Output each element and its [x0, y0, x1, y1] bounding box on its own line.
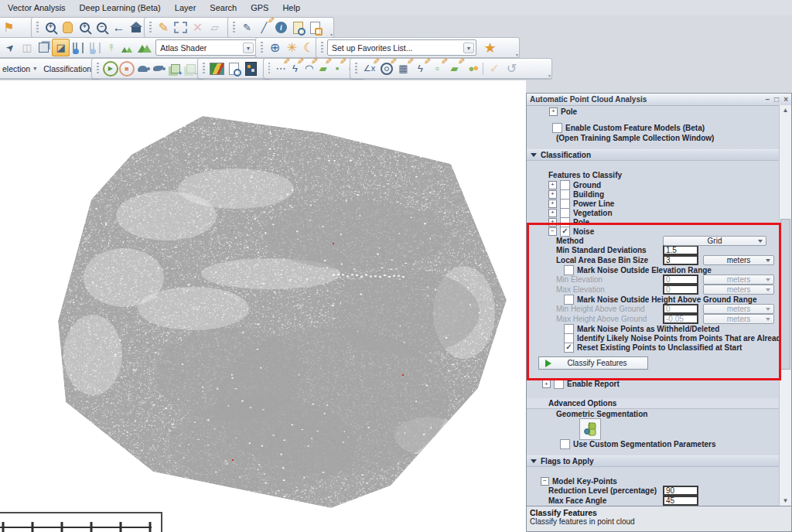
display-options-icon[interactable] [243, 60, 259, 77]
feature-info-icon[interactable]: i [273, 19, 289, 36]
toolbar-grip[interactable] [233, 22, 235, 34]
toolbar-grip[interactable] [355, 63, 357, 75]
lidar-elevation-2-icon[interactable] [87, 39, 102, 56]
favorites-star-icon[interactable]: ★ [482, 39, 498, 56]
min-hag-input[interactable] [663, 304, 698, 314]
scrollbar-thumb[interactable] [780, 219, 790, 370]
shader-options-icon[interactable]: ✳ [284, 39, 300, 56]
zoom-select-icon[interactable]: + [43, 19, 59, 36]
expand-icon[interactable]: + [542, 380, 551, 388]
mark-hag-checkbox[interactable] [564, 295, 574, 305]
lidar-elevation-icon[interactable] [70, 39, 86, 56]
play-icon[interactable]: ▶ [103, 60, 118, 77]
terrain-large-icon[interactable] [137, 39, 152, 56]
reset-existing-checkbox[interactable] [564, 343, 574, 353]
paint-attributes-icon[interactable]: ✎ [239, 19, 255, 36]
tree-item-pole[interactable]: Pole [561, 107, 577, 116]
min-elev-unit-combobox[interactable]: meters [703, 275, 774, 285]
area-paint-icon[interactable]: ▰ [446, 60, 463, 77]
search-document-icon[interactable] [290, 19, 306, 36]
map-display-icon[interactable] [209, 60, 225, 77]
min-std-input[interactable] [663, 245, 698, 255]
max-elev-input[interactable] [663, 285, 698, 295]
close-icon[interactable]: × [783, 96, 788, 104]
globe-icon[interactable]: ⊕ [267, 39, 283, 56]
3d-cube-icon[interactable] [36, 39, 51, 56]
mark-elev-checkbox[interactable] [564, 265, 574, 275]
draw-points-icon[interactable]: ⋯ [274, 60, 287, 77]
zoom-out-icon[interactable]: − [94, 19, 110, 36]
shader-combobox[interactable]: Atlas Shader ▾ [155, 39, 256, 56]
move-selection-icon[interactable]: ▱ [207, 19, 223, 36]
toolbar-grip[interactable] [203, 63, 205, 75]
geometric-segmentation-button[interactable] [579, 418, 601, 440]
draw-path-icon[interactable]: ϟ [412, 60, 428, 77]
toolbar-grip[interactable] [149, 22, 152, 34]
enable-custom-checkbox[interactable] [552, 123, 562, 133]
max-face-angle-input[interactable] [663, 496, 698, 506]
toolbar-grip[interactable] [36, 22, 39, 34]
toolbar-grip[interactable] [321, 42, 323, 54]
menu-search[interactable]: Search [210, 3, 237, 12]
open-training-link[interactable]: (Open Training Sample Collection Window) [556, 134, 714, 142]
dock-panel-icon[interactable]: ◫ [19, 39, 34, 56]
draw-freehand-icon[interactable]: ◠ [302, 60, 316, 77]
apply-check-icon[interactable]: ✓ [486, 60, 503, 77]
select-features-icon[interactable] [172, 19, 189, 36]
method-combobox[interactable]: Grid [663, 236, 766, 246]
reduction-level-input[interactable] [663, 486, 698, 496]
enable-report-checkbox[interactable] [554, 379, 564, 389]
minimize-icon[interactable]: – [766, 96, 770, 104]
zoom-previous-icon[interactable]: ← [111, 19, 127, 36]
measure-angle-icon[interactable]: ∠x [361, 60, 377, 77]
expand-icon[interactable]: + [548, 200, 557, 208]
chevron-down-icon[interactable]: ▾ [463, 43, 474, 53]
expand-icon[interactable]: + [548, 190, 557, 199]
slow-speed-turtle-icon[interactable] [135, 60, 150, 77]
add-overlay-icon[interactable] [166, 60, 181, 77]
full-view-icon[interactable] [128, 19, 144, 36]
min-hag-unit-combobox[interactable]: meters [703, 304, 774, 314]
draw-grid-icon[interactable]: ▦ [395, 60, 411, 77]
menu-layer[interactable]: Layer [175, 3, 196, 12]
noise-checkbox[interactable] [560, 227, 570, 237]
panel-title-bar[interactable]: Automatic Point Cloud Analysis – □ × [527, 94, 791, 106]
fast-speed-rabbit-icon[interactable] [151, 60, 166, 77]
flags-to-apply-header[interactable]: Flags to Apply [527, 455, 780, 467]
draw-rectangle-icon[interactable]: ▪ [330, 60, 343, 77]
lidar-tree-icon[interactable]: ↟ [104, 39, 119, 56]
toolbar-grip[interactable] [97, 63, 99, 75]
pan-hand-icon[interactable] [60, 19, 76, 36]
panel-scrollbar[interactable]: ▲ ▼ [779, 105, 791, 506]
max-elev-unit-combobox[interactable]: meters [703, 285, 774, 295]
draw-vertex-icon[interactable]: ▫ [429, 60, 446, 77]
menu-vector-analysis[interactable]: Vector Analysis [8, 3, 66, 12]
favorites-combobox[interactable]: Set up Favorites List... ▾ [327, 39, 476, 56]
bin-size-unit-combobox[interactable]: meters [703, 255, 774, 265]
range-rings-icon[interactable] [378, 60, 394, 77]
menu-gps[interactable]: GPS [251, 3, 268, 12]
menu-deep-learning[interactable]: Deep Learning (Beta) [80, 3, 161, 12]
use-custom-seg-checkbox[interactable] [560, 439, 570, 449]
zoom-in-icon[interactable]: + [77, 19, 93, 36]
model-keypoints-label[interactable]: Model Key-Points [552, 477, 617, 486]
map-view[interactable] [0, 80, 526, 532]
toolbar-grip[interactable] [268, 63, 270, 75]
min-elev-input[interactable] [663, 275, 698, 285]
stop-icon[interactable]: ■ [119, 60, 135, 77]
classification-section-header[interactable]: Classification [527, 149, 780, 161]
split-view-toggle-icon[interactable]: ◪ [52, 39, 69, 56]
draw-area-icon[interactable]: ▰ [316, 60, 329, 77]
remove-overlay-icon[interactable] [183, 60, 197, 77]
expand-icon[interactable]: + [548, 218, 557, 227]
max-hag-unit-combobox[interactable]: meters [703, 314, 774, 324]
scroll-down-icon[interactable]: ▼ [780, 496, 791, 506]
document-config-icon[interactable] [307, 19, 323, 36]
scroll-up-icon[interactable]: ▲ [780, 105, 791, 115]
selection-dropdown[interactable]: election ▾ [0, 60, 39, 77]
collapse-icon[interactable]: − [548, 227, 557, 236]
classify-features-button[interactable]: Classify Features [538, 356, 648, 370]
workspace-icon[interactable]: ⚑ [1, 19, 17, 36]
measure-icon[interactable]: ╱ [256, 19, 272, 36]
bin-size-input[interactable] [663, 255, 698, 265]
